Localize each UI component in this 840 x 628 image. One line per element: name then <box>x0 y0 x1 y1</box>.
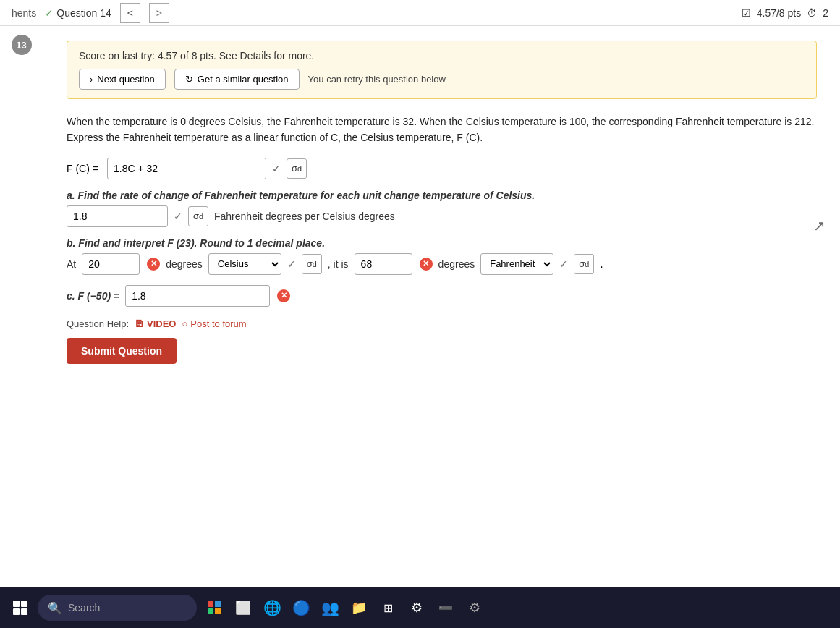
sigma-button-main[interactable]: σd <box>287 158 307 179</box>
part-b-answer-row: At ✕ degrees Celsius Fahrenheit ✓ σd , i… <box>67 253 817 275</box>
question-area: Score on last try: 4.57 of 8 pts. See De… <box>43 26 840 587</box>
part-a-input[interactable] <box>67 205 168 227</box>
question-body: When the temperature is 0 degrees Celsiu… <box>67 114 817 146</box>
check-icon-b1: ✓ <box>287 258 296 270</box>
taskbar-icon-monitor[interactable]: ⬜ <box>232 596 255 619</box>
part-a-unit: Fahrenheit degrees per Celsius degrees <box>214 211 395 222</box>
taskbar-icon-1[interactable] <box>203 596 226 619</box>
search-text: Search <box>68 602 100 614</box>
save-icon: ☑ <box>742 7 751 19</box>
taskbar: 🔍 Search ⬜ 🌐 🔵 👥 📁 ⊞ ⚙ ➖ ⚙ <box>0 587 840 628</box>
main-answer-input[interactable] <box>107 158 266 179</box>
cursor-hint: ↗ <box>813 217 826 234</box>
score-banner-actions: › Next question ↻ Get a similar question… <box>79 69 805 90</box>
fahrenheit-select[interactable]: Fahrenheit Celsius <box>480 253 553 275</box>
score-banner: Score on last try: 4.57 of 8 pts. See De… <box>67 41 817 99</box>
refresh-icon: ↻ <box>185 74 193 85</box>
nav-label: hents <box>12 7 36 19</box>
start-button[interactable] <box>9 596 32 619</box>
monitor-icon: ⬜ <box>235 600 251 616</box>
taskbar-icon-folder[interactable]: 📁 <box>347 596 370 619</box>
x-badge-c: ✕ <box>277 289 290 302</box>
f-equals-label: F (C) = <box>67 163 98 174</box>
part-a-label: a. Find the rate of change of Fahrenheit… <box>67 190 817 201</box>
main-answer-row: F (C) = ✓ σd <box>67 158 817 179</box>
score-text: Score on last try: 4.57 of 8 pts. See De… <box>79 50 805 61</box>
part-c-input[interactable] <box>125 285 270 307</box>
gear-icon: ⚙ <box>469 600 480 616</box>
sidebar: 13 <box>0 26 43 587</box>
x-badge-at: ✕ <box>147 258 160 271</box>
check-icon-main: ✓ <box>272 163 281 174</box>
taskbar-icon-settings[interactable]: ⚙ <box>405 596 428 619</box>
taskbar-icon-gear[interactable]: ⚙ <box>463 596 486 619</box>
hide-icon: ➖ <box>438 601 453 615</box>
timer-icon: ⏱ <box>807 7 817 19</box>
question-label: ✓ Question 14 <box>45 7 111 19</box>
retry-text: You can retry this question below <box>308 74 446 85</box>
sigma-button-a[interactable]: σd <box>188 206 208 226</box>
at-label: At <box>67 258 76 270</box>
help-label: Question Help: <box>67 318 129 329</box>
part-c-row: c. F (−50) = ✕ <box>67 285 817 307</box>
top-bar-right: ☑ 4.57/8 pts ⏱ 2 <box>742 7 828 19</box>
check-icon-a: ✓ <box>174 211 182 222</box>
degrees-label-2: degrees <box>438 258 475 270</box>
next-question-button[interactable]: › Next question <box>79 69 166 90</box>
period: . <box>600 258 603 271</box>
degrees-label-1: degrees <box>166 258 203 270</box>
score-display: 4.57/8 pts <box>757 7 802 19</box>
windows-icon <box>13 601 27 615</box>
teams-icon: 👥 <box>321 599 339 616</box>
taskbar-icon-edge[interactable]: 🔵 <box>289 596 313 619</box>
taskbar-icon-globe[interactable]: 🌐 <box>260 596 284 619</box>
top-bar: hents ✓ Question 14 < > ☑ 4.57/8 pts ⏱ 2 <box>0 0 840 26</box>
sigma-button-b1[interactable]: σd <box>302 254 322 274</box>
top-bar-left: hents ✓ Question 14 < > <box>12 3 169 23</box>
sigma-button-b2[interactable]: σd <box>574 254 594 274</box>
taskbar-search[interactable]: 🔍 Search <box>38 595 197 621</box>
next-arrow[interactable]: > <box>149 3 169 23</box>
it-is-label: , it is <box>328 258 349 270</box>
celsius-select[interactable]: Celsius Fahrenheit <box>208 253 281 275</box>
part-a-section: a. Find the rate of change of Fahrenheit… <box>67 190 817 227</box>
question-number: 13 <box>12 35 32 55</box>
part-a-answer-row: ✓ σd Fahrenheit degrees per Celsius degr… <box>67 205 817 227</box>
globe-icon: 🌐 <box>263 599 281 616</box>
forum-link[interactable]: ○ Post to forum <box>182 318 246 329</box>
part-b-section: b. Find and interpret F (23). Round to 1… <box>67 237 817 275</box>
folder-icon: 📁 <box>351 600 367 616</box>
main-content: 13 Score on last try: 4.57 of 8 pts. See… <box>0 26 840 587</box>
timer-number: 2 <box>823 7 828 19</box>
similar-question-button[interactable]: ↻ Get a similar question <box>174 69 300 90</box>
video-link[interactable]: 🖹 VIDEO <box>135 318 176 329</box>
check-icon-b2: ✓ <box>559 258 568 270</box>
edge-icon: 🔵 <box>292 599 310 616</box>
taskbar-icon-arrow[interactable]: ➖ <box>434 596 457 619</box>
part-c-label: c. F (−50) = <box>67 290 119 302</box>
search-icon: 🔍 <box>48 601 62 615</box>
video-icon: 🖹 <box>135 318 144 329</box>
part-b-label: b. Find and interpret F (23). Round to 1… <box>67 237 817 249</box>
settings-icon: ⚙ <box>411 600 423 616</box>
taskbar-icon-apps[interactable]: ⊞ <box>376 596 399 619</box>
part-c-section: c. F (−50) = ✕ <box>67 285 817 307</box>
x-badge-val: ✕ <box>420 258 433 271</box>
taskbar-icon-teams[interactable]: 👥 <box>318 596 341 619</box>
part-b-at-input[interactable] <box>82 253 140 275</box>
part-b-value-input[interactable] <box>355 253 412 275</box>
prev-arrow[interactable]: < <box>120 3 140 23</box>
submit-button[interactable]: Submit Question <box>67 338 177 364</box>
chevron-right-icon: › <box>90 74 93 85</box>
question-help: Question Help: 🖹 VIDEO ○ Post to forum <box>67 318 817 329</box>
apps-icon: ⊞ <box>383 601 393 615</box>
forum-icon: ○ <box>182 318 187 329</box>
